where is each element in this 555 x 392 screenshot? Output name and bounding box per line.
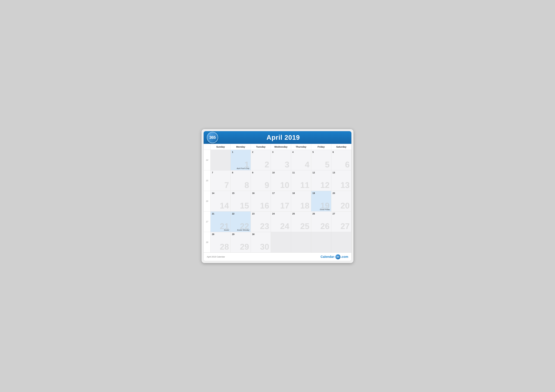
day-cell-17: 1717 <box>271 191 291 212</box>
day-watermark: 23 <box>260 222 269 230</box>
day-number: 6 <box>333 151 334 153</box>
day-watermark: 10 <box>280 181 289 189</box>
day-number: 2 <box>252 151 253 153</box>
calendar-wrapper: 365 April 2019 SundayMondayTuesdayWednes… <box>202 129 353 263</box>
day-cell-empty <box>331 232 351 253</box>
header-title: April 2019 <box>218 134 348 141</box>
day-number: 29 <box>232 233 234 235</box>
day-watermark: 28 <box>220 243 229 251</box>
day-watermark: 18 <box>300 201 309 210</box>
day-number: 19 <box>313 192 315 194</box>
day-cell-empty <box>291 232 311 253</box>
day-number: 10 <box>272 171 275 174</box>
day-cell-22: 2222Easter Monday <box>231 212 251 232</box>
day-cell-empty <box>311 232 331 253</box>
day-cell-18: 1818 <box>291 191 311 212</box>
day-cell-empty <box>211 150 231 170</box>
day-number: 8 <box>232 171 233 174</box>
day-header-tuesday: Tuesday <box>251 144 271 150</box>
day-watermark: 12 <box>320 181 329 189</box>
day-event: Good Friday <box>320 208 330 210</box>
day-event: Easter <box>224 229 229 231</box>
logo-badge: 365 <box>207 132 218 143</box>
day-watermark: 13 <box>340 181 350 189</box>
day-watermark: 11 <box>300 181 309 189</box>
day-cell-26: 2626 <box>311 212 331 232</box>
day-watermark: 16 <box>260 201 269 210</box>
day-number: 4 <box>292 151 294 153</box>
day-number: 24 <box>272 213 275 215</box>
day-cell-7: 77 <box>211 170 231 191</box>
day-number: 18 <box>292 192 295 194</box>
calendar-grid: 1411April Fool's Day22334455661577889910… <box>204 150 351 253</box>
calendar-container: 365 April 2019 SundayMondayTuesdayWednes… <box>204 131 351 261</box>
day-number: 21 <box>212 213 214 215</box>
day-number: 22 <box>232 213 234 215</box>
day-number: 13 <box>333 171 335 174</box>
day-cell-6: 66 <box>331 150 351 170</box>
day-watermark: 3 <box>285 160 289 169</box>
day-watermark: 2 <box>265 160 269 169</box>
day-cell-5: 55 <box>311 150 331 170</box>
day-cell-20: 2020 <box>331 191 351 212</box>
day-cell-13: 1313 <box>331 170 351 191</box>
day-header-thursday: Thursday <box>291 144 311 150</box>
day-cell-25: 2525 <box>291 212 311 232</box>
day-header-sunday: Sunday <box>211 144 231 150</box>
day-number: 9 <box>252 171 253 174</box>
day-cell-11: 1111 <box>291 170 311 191</box>
week-number-14: 14 <box>204 150 211 170</box>
day-watermark: 29 <box>240 243 249 251</box>
day-number: 12 <box>313 171 315 174</box>
day-cell-9: 99 <box>251 170 271 191</box>
day-watermark: 20 <box>340 201 350 210</box>
day-number: 3 <box>272 151 273 153</box>
day-number: 1 <box>232 151 233 153</box>
day-cell-27: 2727 <box>331 212 351 232</box>
day-cell-8: 88 <box>231 170 251 191</box>
day-watermark: 14 <box>220 201 229 210</box>
day-number: 14 <box>212 192 214 194</box>
footer-caption: April 2019 Calendar <box>207 256 225 258</box>
day-cell-21: 2121Easter <box>211 212 231 232</box>
day-event: April Fool's Day <box>237 167 249 169</box>
day-cell-12: 1212 <box>311 170 331 191</box>
day-number: 20 <box>333 192 335 194</box>
day-cell-23: 2323 <box>251 212 271 232</box>
day-header-friday: Friday <box>311 144 331 150</box>
day-number: 5 <box>313 151 314 153</box>
day-cell-14: 1414 <box>211 191 231 212</box>
day-event: Easter Monday <box>237 229 249 231</box>
day-cell-empty <box>271 232 291 253</box>
day-watermark: 5 <box>325 160 329 169</box>
week-number-16: 16 <box>204 191 211 212</box>
footer-brand: Calendar- 365 .com <box>321 254 348 259</box>
day-cell-29: 2929 <box>231 232 251 253</box>
day-watermark: 15 <box>240 201 249 210</box>
day-cell-4: 44 <box>291 150 311 170</box>
day-number: 30 <box>252 233 255 235</box>
day-watermark: 7 <box>224 181 229 189</box>
day-watermark: 30 <box>260 243 269 251</box>
day-cell-16: 1616 <box>251 191 271 212</box>
day-header-saturday: Saturday <box>331 144 351 150</box>
day-cell-19: 1919Good Friday <box>311 191 331 212</box>
day-number: 7 <box>212 171 213 174</box>
day-cell-10: 1010 <box>271 170 291 191</box>
day-header-wednesday: Wednesday <box>271 144 291 150</box>
week-number-15: 15 <box>204 170 211 191</box>
day-cell-28: 2828 <box>211 232 231 253</box>
day-header-monday: Monday <box>231 144 251 150</box>
footer-brand-badge: 365 <box>336 254 340 259</box>
day-number: 27 <box>333 213 335 215</box>
calendar-footer: April 2019 Calendar Calendar- 365 .com <box>204 253 351 261</box>
day-cell-1: 11April Fool's Day <box>231 150 251 170</box>
calendar-header: 365 April 2019 <box>204 131 351 144</box>
footer-brand-suffix: .com <box>341 255 348 259</box>
day-cell-3: 33 <box>271 150 291 170</box>
day-watermark: 4 <box>305 160 309 169</box>
day-cell-30: 3030 <box>251 232 271 253</box>
day-number: 25 <box>292 213 295 215</box>
day-watermark: 8 <box>244 181 249 189</box>
day-watermark: 17 <box>280 201 289 210</box>
